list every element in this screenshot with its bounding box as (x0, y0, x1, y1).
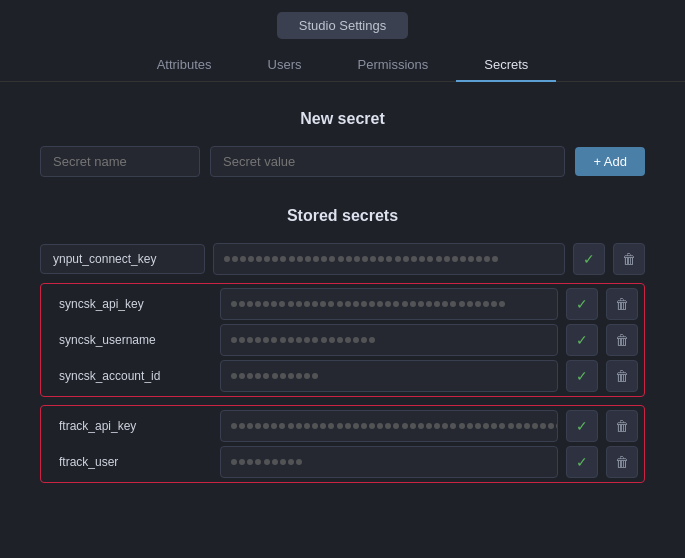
delete-button-ynput[interactable]: 🗑 (613, 243, 645, 275)
delete-button-syncsk-user[interactable]: 🗑 (606, 324, 638, 356)
check-button-syncsk-user[interactable]: ✓ (566, 324, 598, 356)
top-bar: Studio Settings (0, 0, 685, 39)
secret-name-ftrack-api: ftrack_api_key (47, 412, 212, 440)
tab-users[interactable]: Users (240, 49, 330, 82)
stored-secrets-heading: Stored secrets (40, 207, 645, 225)
delete-button-ftrack-api[interactable]: 🗑 (606, 410, 638, 442)
secret-value-syncsk-user (220, 324, 558, 356)
check-button-syncsk-api[interactable]: ✓ (566, 288, 598, 320)
delete-button-ftrack-user[interactable]: 🗑 (606, 446, 638, 478)
new-secret-form: + Add (40, 146, 645, 177)
secret-value-ftrack-api (220, 410, 558, 442)
tab-secrets[interactable]: Secrets (456, 49, 556, 82)
check-button-ynput[interactable]: ✓ (573, 243, 605, 275)
secret-value-input[interactable] (210, 146, 565, 177)
secret-value-ynput (213, 243, 565, 275)
secret-value-syncsk-api (220, 288, 558, 320)
tab-permissions[interactable]: Permissions (330, 49, 457, 82)
secret-row-syncsk-account: syncsk_account_id ✓ 🗑 (47, 360, 638, 392)
secret-value-syncsk-account (220, 360, 558, 392)
syncsk-group: syncsk_api_key ✓ 🗑 syncsk_username (40, 283, 645, 397)
secret-name-input[interactable] (40, 146, 200, 177)
main-content: New secret + Add Stored secrets ynput_co… (0, 82, 685, 515)
delete-button-syncsk-api[interactable]: 🗑 (606, 288, 638, 320)
delete-button-syncsk-account[interactable]: 🗑 (606, 360, 638, 392)
check-button-ftrack-api[interactable]: ✓ (566, 410, 598, 442)
tab-nav: Attributes Users Permissions Secrets (0, 39, 685, 82)
tab-attributes[interactable]: Attributes (129, 49, 240, 82)
secret-row: ynput_connect_key ✓ 🗑 (40, 243, 645, 275)
studio-settings-button[interactable]: Studio Settings (277, 12, 408, 39)
secret-name-syncsk-user: syncsk_username (47, 326, 212, 354)
secret-value-ftrack-user (220, 446, 558, 478)
secret-name-ftrack-user: ftrack_user (47, 448, 212, 476)
secrets-table: ynput_connect_key ✓ 🗑 syncsk_api_key (40, 243, 645, 487)
add-secret-button[interactable]: + Add (575, 147, 645, 176)
secret-row-syncsk-api: syncsk_api_key ✓ 🗑 (47, 288, 638, 320)
check-button-ftrack-user[interactable]: ✓ (566, 446, 598, 478)
secret-name-syncsk-api: syncsk_api_key (47, 290, 212, 318)
check-button-syncsk-account[interactable]: ✓ (566, 360, 598, 392)
secret-row-ftrack-user: ftrack_user ✓ 🗑 (47, 446, 638, 478)
secret-row-syncsk-user: syncsk_username ✓ 🗑 (47, 324, 638, 356)
secret-name-syncsk-account: syncsk_account_id (47, 362, 212, 390)
secret-row-ftrack-api: ftrack_api_key ✓ 🗑 (47, 410, 638, 442)
new-secret-heading: New secret (40, 110, 645, 128)
ftrack-group: ftrack_api_key ✓ 🗑 ftrack_user (40, 405, 645, 483)
secret-name-ynput: ynput_connect_key (40, 244, 205, 274)
